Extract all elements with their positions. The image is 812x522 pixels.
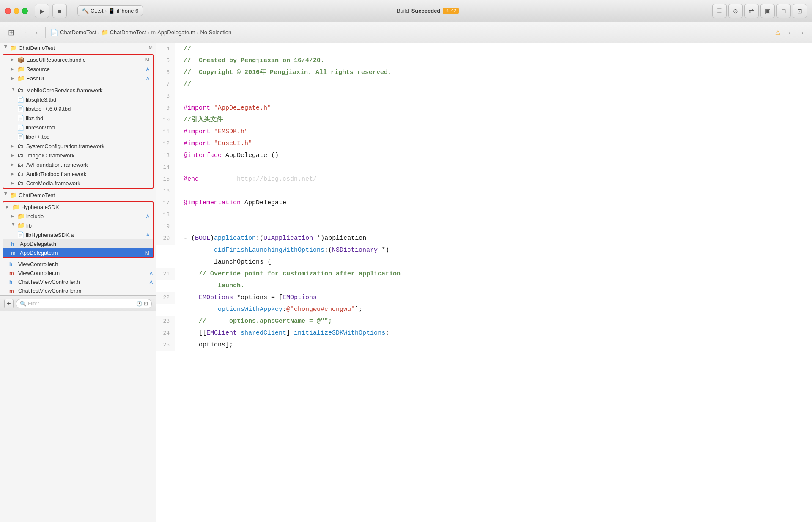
filter-placeholder: Filter xyxy=(28,301,39,307)
filter-box[interactable]: 🔍 Filter 🕐 ⊡ xyxy=(16,299,152,308)
code-line-25: 25 options]; xyxy=(156,339,812,351)
sidebar-item-include[interactable]: ▶ 📁 include A xyxy=(3,212,153,221)
sidebar-item-HyphenateSDK[interactable]: ▶ 📁 HyphenateSDK xyxy=(3,202,153,212)
item-label: ChatTestViewController.h xyxy=(18,279,148,285)
view-toggle-4[interactable]: ▣ xyxy=(760,4,775,18)
arrow: ▶ xyxy=(6,205,11,209)
breadcrumb-project: ChatDemoTest xyxy=(60,29,96,36)
line-number: 12 xyxy=(156,138,175,150)
close-button[interactable] xyxy=(5,8,11,14)
sidebar-item-libz[interactable]: 📄 libz.tbd xyxy=(3,113,153,123)
sidebar-item-AppDelegateh[interactable]: h AppDelegate.h xyxy=(3,239,153,248)
breadcrumb-folder-icon: 📁 xyxy=(102,29,108,36)
icon: m xyxy=(9,270,17,276)
line-content: #import "EMSDK.h" xyxy=(175,126,812,138)
line-number: 11 xyxy=(156,126,175,138)
forward-button[interactable]: › xyxy=(31,27,42,38)
line-content: @interface AppDelegate () xyxy=(175,150,812,162)
line-number: 18 xyxy=(156,209,175,221)
sidebar-item-ChatTestViewControllerh[interactable]: h ChatTestViewController.h A xyxy=(0,277,156,286)
arrow: ▶ xyxy=(11,172,16,176)
sidebar-item-ViewControllerm[interactable]: m ViewController.m A xyxy=(0,269,156,277)
editor-forward-button[interactable]: › xyxy=(797,27,808,38)
sidebar-item-AVFoundation[interactable]: ▶ 🗂 AVFoundation.framework xyxy=(3,160,153,169)
icon: 🗂 xyxy=(17,152,25,159)
sidebar-item-EaseUI[interactable]: ▶ 📁 EaseUI A xyxy=(3,74,153,83)
icon: 🗂 xyxy=(17,180,25,187)
breadcrumb-file: AppDelegate.m xyxy=(157,29,195,36)
code-line-22: 22 EMOptions *options = [EMOptions optio… xyxy=(156,292,812,316)
sidebar-item-EaseUIResource[interactable]: ▶ 📦 EaseUIResource.bundle M xyxy=(3,55,153,64)
project-file-icon: 📄 xyxy=(50,29,58,36)
item-label: SystemConfiguration.framework xyxy=(26,143,149,149)
sidebar-item-ImageIO[interactable]: ▶ 🗂 ImageIO.framework xyxy=(3,151,153,160)
code-line-12: 12 #import "EaseUI.h" xyxy=(156,138,812,150)
badge: M xyxy=(145,57,149,62)
sidebar-item-libsqlite3[interactable]: 📄 libsqlite3.tbd xyxy=(3,95,153,104)
item-label: AppDelegate.m xyxy=(20,250,144,256)
item-label: libstdc++.6.0.9.tbd xyxy=(26,106,149,112)
red-section-1: ▶ 📦 EaseUIResource.bundle M ▶ 📁 Resource… xyxy=(3,54,154,189)
code-line-21: 21 // Override point for customization a… xyxy=(156,268,812,292)
item-label: ChatDemoTest xyxy=(19,192,153,198)
sidebar-item-libresolv[interactable]: 📄 libresolv.tbd xyxy=(3,123,153,132)
code-line-15: 15 @end http://blog.csdn.net/ xyxy=(156,173,812,185)
back-button[interactable]: ‹ xyxy=(19,27,30,38)
line-number: 16 xyxy=(156,185,175,197)
add-file-button[interactable]: + xyxy=(4,299,14,308)
code-area[interactable]: 4 // 5 // Created by Pengjiaxin on 16/4/… xyxy=(156,43,812,522)
bc-sep-2: › xyxy=(148,30,150,35)
icon: 🗂 xyxy=(17,161,25,168)
icon: 🗂 xyxy=(17,170,25,177)
breadcrumb-chevron: › xyxy=(105,8,107,14)
sidebar-item-libstdcpp[interactable]: 📄 libstdc++.6.0.9.tbd xyxy=(3,104,153,113)
sidebar-item-SystemConfiguration[interactable]: ▶ 🗂 SystemConfiguration.framework xyxy=(3,141,153,151)
sidebar-item-libcpp[interactable]: 📄 libc++.tbd xyxy=(3,132,153,141)
view-toggle-5[interactable]: □ xyxy=(776,4,791,18)
line-number: 6 xyxy=(156,67,175,79)
grid-view-button[interactable]: ⊞ xyxy=(4,26,18,39)
icon: 📄 xyxy=(17,124,25,131)
item-label: ViewController.m xyxy=(18,270,148,276)
item-label: libsqlite3.tbd xyxy=(26,96,149,103)
arrow: ▶ xyxy=(11,223,16,228)
arrow: ▶ xyxy=(11,214,16,218)
badge: A xyxy=(150,280,153,285)
sidebar-item-Resource[interactable]: ▶ 📁 Resource A xyxy=(3,64,153,74)
sidebar-item-MobileCoreServices[interactable]: ▶ 🗂 MobileCoreServices.framework xyxy=(3,85,153,95)
line-content: #import "EaseUI.h" xyxy=(175,138,812,150)
view-toggle-1[interactable]: ☰ xyxy=(712,4,727,18)
maximize-button[interactable] xyxy=(22,8,28,14)
clock-icon: 🕐 xyxy=(136,301,143,307)
warning-count[interactable]: ⚠ 42 xyxy=(443,8,458,14)
sidebar-item-AudioToolbox[interactable]: ▶ 🗂 AudioToolbox.framework xyxy=(3,169,153,179)
arrow: ▶ xyxy=(11,162,16,167)
badge: A xyxy=(146,66,149,71)
sidebar-item-lib[interactable]: ▶ 📁 lib xyxy=(3,221,153,230)
arrow: ▶ xyxy=(11,67,16,71)
view-toggle-6[interactable]: ⊡ xyxy=(793,4,807,18)
view-toggle-3[interactable]: ⇄ xyxy=(744,4,759,18)
filter-icon: ⊡ xyxy=(144,301,148,307)
icon: 📄 xyxy=(17,231,25,238)
sidebar-root[interactable]: ▶ 📁 ChatDemoTest M xyxy=(0,43,156,52)
sidebar-item-ChatDemoTest2[interactable]: ▶ 📁 ChatDemoTest xyxy=(0,190,156,200)
editor-back-button[interactable]: ‹ xyxy=(784,27,795,38)
sidebar-item-ViewControllerh[interactable]: h ViewController.h xyxy=(0,260,156,269)
line-content: // Created by Pengjiaxin on 16/4/20. xyxy=(175,55,812,67)
sidebar-item-AppDelegatem[interactable]: m AppDelegate.m M xyxy=(3,248,153,257)
line-number: 13 xyxy=(156,150,175,162)
sidebar-item-ChatTestViewControllerm[interactable]: m ChatTestViewController.m xyxy=(0,286,156,295)
stop-button[interactable]: ■ xyxy=(52,4,67,18)
icon: 📁 xyxy=(10,192,17,198)
view-toggle-2[interactable]: ⊙ xyxy=(728,4,743,18)
code-line-17: 17 @implementation AppDelegate xyxy=(156,197,812,209)
sidebar-item-CoreMedia[interactable]: ▶ 🗂 CoreMedia.framework xyxy=(3,179,153,188)
sidebar-item-libHyphenateSDK[interactable]: 📄 libHyphenateSDK.a A xyxy=(3,230,153,239)
run-button[interactable]: ▶ xyxy=(35,4,49,18)
traffic-lights xyxy=(5,8,28,14)
minimize-button[interactable] xyxy=(14,8,19,14)
build-result: Succeeded xyxy=(411,8,441,14)
item-label: libz.tbd xyxy=(26,115,149,121)
project-breadcrumb[interactable]: 🔨 C...st › 📱 iPhone 6 xyxy=(77,5,143,16)
